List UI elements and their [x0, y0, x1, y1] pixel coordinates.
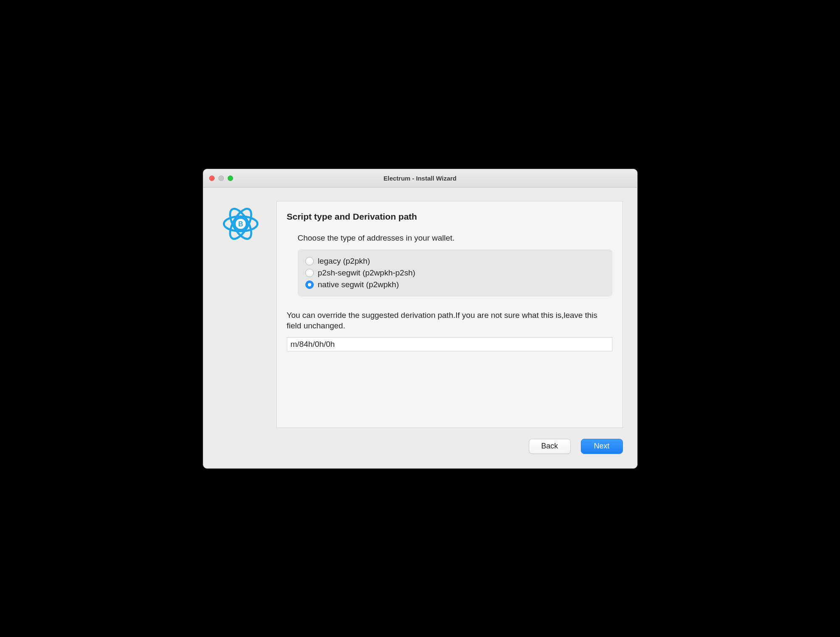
window-title: Electrum - Install Wizard	[203, 175, 637, 182]
radio-option-native-segwit[interactable]: native segwit (p2wpkh)	[305, 279, 605, 291]
radio-option-legacy[interactable]: legacy (p2pkh)	[305, 255, 605, 267]
radio-icon	[305, 257, 314, 265]
close-window-icon[interactable]	[209, 176, 215, 181]
install-wizard-window: Electrum - Install Wizard B Script type …	[203, 169, 638, 469]
radio-option-p2sh-segwit[interactable]: p2sh-segwit (p2wpkh-p2sh)	[305, 267, 605, 279]
minimize-window-icon[interactable]	[218, 176, 224, 181]
window-body: B Script type and Derivation path Choose…	[203, 188, 637, 437]
wizard-content-panel: Script type and Derivation path Choose t…	[276, 201, 623, 428]
window-controls	[209, 176, 233, 181]
derivation-path-hint: You can override the suggested derivatio…	[287, 310, 612, 331]
wizard-sidebar: B	[218, 201, 264, 428]
radio-icon	[305, 280, 314, 289]
address-type-radio-group: legacy (p2pkh) p2sh-segwit (p2wpkh-p2sh)…	[298, 249, 612, 296]
wizard-instruction: Choose the type of addresses in your wal…	[298, 233, 612, 243]
titlebar: Electrum - Install Wizard	[203, 169, 637, 188]
radio-label: legacy (p2pkh)	[318, 257, 370, 266]
wizard-footer: Back Next	[203, 437, 637, 468]
radio-icon	[305, 269, 314, 277]
radio-label: p2sh-segwit (p2wpkh-p2sh)	[318, 268, 415, 278]
wizard-heading: Script type and Derivation path	[287, 212, 612, 222]
derivation-path-input[interactable]	[287, 337, 612, 351]
back-button[interactable]: Back	[529, 439, 571, 454]
zoom-window-icon[interactable]	[228, 176, 233, 181]
radio-label: native segwit (p2wpkh)	[318, 280, 399, 289]
next-button[interactable]: Next	[581, 439, 623, 454]
electrum-logo-icon: B	[220, 204, 261, 428]
svg-text:B: B	[238, 220, 243, 227]
